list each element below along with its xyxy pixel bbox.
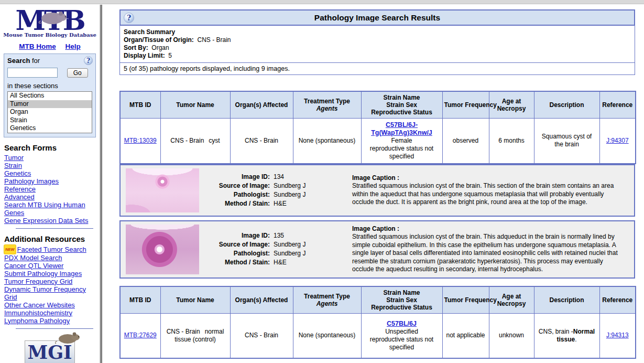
col-mtb-id: MTB ID <box>120 286 160 314</box>
sidebar-link-submit-pathology-images[interactable]: Submit Pathology Images <box>4 270 82 277</box>
table-header-row: MTB ID Tumor Name Organ(s) Affected Trea… <box>120 91 636 119</box>
image-report-135: Image ID:135 Source of Image:Sundberg J … <box>119 220 635 279</box>
organs-affected: CNS - Brain <box>230 313 293 358</box>
main-frame: ? Pathology Image Search Results Search … <box>103 5 644 363</box>
mtb-id-link[interactable]: MTB:13039 <box>124 137 157 144</box>
col-reference: Reference <box>599 286 636 314</box>
sidebar-link-genetics[interactable]: Genetics <box>4 169 31 177</box>
sidebar-divider-2 <box>16 328 93 329</box>
tumor-name: CNS - Brain <box>170 137 204 144</box>
section-option-tumor[interactable]: Tumor <box>8 100 92 109</box>
mtb-id-link[interactable]: MTB:27629 <box>124 332 157 339</box>
col-treatment: Treatment TypeAgents <box>293 91 361 119</box>
sidebar-link-dynamic-tumor-frequency-grid[interactable]: Dynamic Tumor Frequency Grid <box>4 285 86 301</box>
additional-resources-heading: Additional Resources <box>4 234 100 243</box>
col-reference: Reference <box>599 91 636 119</box>
strain-link[interactable]: C57BL/6J <box>387 320 417 327</box>
col-tumor-name: Tumor Name <box>160 91 230 119</box>
page-header: ? Pathology Image Search Results <box>119 9 635 26</box>
section-option-all[interactable]: All Sections <box>8 92 92 100</box>
table-row: MTB:13039 CNS - Braincyst CNS - Brain No… <box>120 119 636 164</box>
col-description: Description <box>534 91 599 119</box>
image-report-134: Image ID:134 Source of Image:Sundberg J … <box>119 164 635 217</box>
stain-value: H&E <box>274 258 287 267</box>
results-table-1: MTB ID Tumor Name Organ(s) Affected Trea… <box>119 91 636 164</box>
tumor-name: CNS - Brain <box>167 328 200 335</box>
col-tumor-name: Tumor Name <box>160 286 230 314</box>
limit-value: 5 <box>168 52 172 59</box>
sidebar-link-lymphoma-pathology[interactable]: Lymphoma Pathology <box>4 317 70 325</box>
frame-divider[interactable] <box>100 5 102 363</box>
histology-thumbnail-135[interactable] <box>126 225 199 274</box>
strain-cell: C57BL/6J-Tg(WapTAg)3Knw/J Female reprodu… <box>361 119 442 164</box>
organs-affected: CNS - Brain <box>230 119 293 164</box>
search-summary-heading: Search Summary <box>124 28 175 36</box>
help-link[interactable]: Help <box>66 42 81 50</box>
sidebar-link-pdx-model-search[interactable]: PDX Model Search <box>4 254 62 262</box>
histology-thumbnail-134[interactable] <box>126 168 199 212</box>
image-source-value: Sundberg J <box>274 240 305 249</box>
pathologist-value: Sundberg J <box>274 190 305 199</box>
sidebar-link-faceted-tumor-search[interactable]: Faceted Tumor Search <box>17 245 86 253</box>
sort-value: Organ <box>151 44 169 51</box>
image-caption-text: Stratified squamous inclusion cyst of th… <box>352 233 618 273</box>
strain-link[interactable]: C57BL/6J-Tg(WapTAg)3Knw/J <box>371 121 432 136</box>
sidebar-link-reference[interactable]: Reference <box>4 185 36 193</box>
image-source-value: Sundberg J <box>274 181 305 190</box>
organ-value: CNS - Brain <box>197 36 231 44</box>
col-mtb-id: MTB ID <box>120 91 160 119</box>
section-option-strain[interactable]: Strain <box>8 116 92 125</box>
new-badge: NEW <box>4 245 16 254</box>
sidebar-link-strain[interactable]: Strain <box>4 162 22 169</box>
tumor-frequency: not applicable <box>442 313 489 358</box>
search-forms-heading: Search Forms <box>4 143 100 152</box>
go-button[interactable]: Go <box>67 68 88 78</box>
image-details: Image ID:135 Source of Image:Sundberg J … <box>206 231 339 267</box>
treatment-type: None (spontaneous) <box>293 119 361 164</box>
sidebar-link-cancer-qtl-viewer[interactable]: Cancer QTL Viewer <box>4 262 63 270</box>
pathologist-value: Sundberg J <box>274 249 305 258</box>
section-option-genetics[interactable]: Genetics <box>8 124 92 133</box>
mtb-home-link[interactable]: MTB Home <box>19 42 56 50</box>
sidebar-link-tumor-frequency-grid[interactable]: Tumor Frequency Grid <box>4 277 72 285</box>
col-description: Description <box>534 286 599 314</box>
sidebar-link-tumor[interactable]: Tumor <box>4 154 24 162</box>
limit-label: Display Limit: <box>124 52 165 59</box>
search-label: Search for <box>7 57 40 65</box>
sidebar-link-other-cancer-websites[interactable]: Other Cancer Websites <box>4 301 75 309</box>
reference-link[interactable]: J:94313 <box>606 332 629 339</box>
sidebar-link-gene-expression[interactable]: Gene Expression Data Sets <box>4 217 88 225</box>
tumor-frequency: observed <box>442 119 489 164</box>
search-forms-list: Tumor Strain Genetics Pathology Images R… <box>4 154 97 225</box>
image-id-value: 134 <box>274 173 284 181</box>
sidebar-link-immunohistochemistry[interactable]: Immunohistochemistry <box>4 309 72 317</box>
window-top-strip <box>0 0 644 4</box>
image-caption: Image Caption : Stratified squamous incl… <box>352 225 626 274</box>
sidebar-link-human-genes[interactable]: Search MTB Using Human Genes <box>4 201 85 217</box>
search-input[interactable] <box>7 68 58 78</box>
strain-cell: C57BL/6J Unspecified reproductive status… <box>361 313 442 358</box>
search-help-icon[interactable]: ? <box>84 56 93 65</box>
col-organs: Organ(s) Affected <box>230 286 293 314</box>
sidebar-link-advanced[interactable]: Advanced <box>4 193 35 201</box>
page-help-icon[interactable]: ? <box>124 13 134 23</box>
section-option-organ[interactable]: Organ <box>8 108 92 116</box>
mtb-logo[interactable]: MTB Mouse Tumor Biology Database <box>0 6 100 38</box>
image-details: Image ID:134 Source of Image:Sundberg J … <box>206 173 339 208</box>
strain-sex: Female <box>391 137 412 144</box>
reproductive-status: reproductive status not specified <box>370 145 433 160</box>
mgi-logo[interactable]: MGI <box>25 340 75 363</box>
age-at-necropsy: 6 months <box>489 119 534 164</box>
sidebar-nav: MTB Home Help <box>0 42 100 50</box>
sidebar-link-pathology-images[interactable]: Pathology Images <box>4 177 59 185</box>
reference-link[interactable]: J:94307 <box>606 137 629 144</box>
reproductive-status: reproductive status not specified <box>370 336 433 351</box>
description: CNS, brain -Normal tissue. <box>534 313 599 358</box>
quick-search-panel: Search for ? Go in these sections All Se… <box>4 54 96 137</box>
sections-listbox[interactable]: All Sections Tumor Organ Strain Genetics <box>7 91 92 133</box>
image-caption: Image Caption : Stratified squamous incl… <box>352 174 626 207</box>
sections-label: in these sections <box>7 82 92 90</box>
sidebar: MTB Mouse Tumor Biology Database MTB Hom… <box>0 5 100 363</box>
result-count: 5 (of 35) pathology reports displayed, i… <box>119 63 635 75</box>
image-id-value: 135 <box>274 231 284 240</box>
